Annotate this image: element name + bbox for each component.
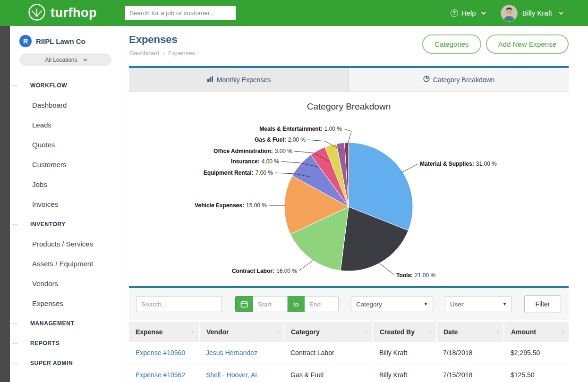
sidebar-item-dashboard[interactable]: Dashboard: [10, 95, 121, 115]
amount-cell: $125.50: [504, 364, 569, 382]
select-arrow-icon: ▼: [424, 302, 428, 306]
table-row: Expense #10560 Jesus Hernandez Contract …: [129, 342, 569, 364]
pie-label-meals-entertainment: Meals & Entertainment1.00 %: [259, 126, 342, 132]
sidebar-section-workflow[interactable]: WORKFLOW: [10, 76, 121, 95]
user-menu[interactable]: Billy Kraft: [501, 5, 562, 22]
sidebar-item-leads[interactable]: Leads: [10, 115, 121, 135]
categories-button[interactable]: Categories: [422, 34, 481, 54]
date-range-group: to: [235, 296, 339, 312]
breadcrumb-dashboard[interactable]: Dashboard: [129, 50, 160, 57]
pie-label-insurance: Insurance4.00 %: [231, 158, 279, 165]
filter-bar: to Category ▼ User ▼ Filter: [129, 286, 569, 320]
category-select-value: Category: [356, 301, 382, 308]
table-search-input[interactable]: [136, 296, 222, 312]
help-menu[interactable]: ? Help: [451, 9, 485, 17]
date-cell: 7/18/2018: [436, 342, 504, 364]
column-header-created-by[interactable]: Created By↑↓: [373, 321, 436, 342]
add-new-expense-button[interactable]: Add New Expense: [486, 34, 569, 54]
sidebar-section-super-admin[interactable]: SUPER ADMIN: [10, 353, 121, 373]
sort-icon: ↑↓: [191, 329, 194, 334]
calendar-icon[interactable]: [235, 296, 253, 312]
user-select-value: User: [450, 301, 464, 308]
sidebar-company-block: R RIIPL Lawn Co All Locations: [10, 26, 121, 66]
expenses-table: Expense↑↓ Vendor↑↓ Category↑↓ Created By…: [129, 320, 569, 382]
sidebar-item-customers[interactable]: Customers: [10, 155, 121, 175]
date-end-input[interactable]: [305, 296, 339, 312]
app-window: turfhop ? Help Billy Kraft: [0, 0, 588, 382]
top-bar: turfhop ? Help Billy Kraft: [0, 0, 588, 26]
expenses-chart-card: Monthly Expenses Category Breakdown: [129, 66, 569, 286]
pie-label-office-administration: Office Administration3.00 %: [213, 148, 292, 154]
chart-tabs: Monthly Expenses Category Breakdown: [129, 68, 569, 92]
chevron-down-icon: [481, 10, 486, 15]
expense-link[interactable]: Expense #10562: [136, 371, 185, 379]
table-row: Expense #10562 Shell - Hoover, AL Gas & …: [129, 364, 569, 382]
sort-icon: ↑↓: [365, 329, 367, 334]
sidebar-item-invoices[interactable]: Invoices: [10, 195, 121, 214]
column-header-vendor[interactable]: Vendor↑↓: [199, 321, 284, 342]
sidebar-nav: WORKFLOW Dashboard Leads Quotes Customer…: [10, 76, 121, 373]
global-search-input[interactable]: [124, 5, 236, 21]
column-header-category[interactable]: Category↑↓: [284, 321, 373, 342]
breadcrumb-separator: ›: [163, 50, 165, 57]
top-bar-right: ? Help Billy Kraft: [451, 5, 562, 22]
pie-chart-icon: [423, 76, 430, 84]
category-select[interactable]: Category ▼: [351, 296, 433, 312]
left-edge-strip: [0, 26, 10, 382]
vendor-link[interactable]: Jesus Hernandez: [206, 349, 257, 357]
pie-label-gas-fuel: Gas & Fuel2.00 %: [255, 136, 306, 143]
pie-label-material-supplies: Material & Supplies31.00 %: [420, 161, 497, 167]
sidebar-item-jobs[interactable]: Jobs: [10, 175, 121, 195]
page-title: Expenses: [129, 34, 178, 46]
tab-monthly-label: Monthly Expenses: [217, 76, 271, 84]
main-content: Expenses Dashboard›Expenses Categories A…: [121, 26, 588, 382]
table-header-row: Expense↑↓ Vendor↑↓ Category↑↓ Created By…: [129, 321, 569, 342]
sidebar-item-vendors[interactable]: Vendors: [10, 274, 121, 294]
select-arrow-icon: ▼: [503, 302, 507, 306]
location-selector[interactable]: All Locations: [19, 53, 111, 66]
sort-icon: ↑↓: [496, 329, 499, 334]
vendor-link[interactable]: Shell - Hoover, AL: [206, 371, 259, 379]
company-info: R RIIPL Lawn Co: [19, 35, 111, 47]
date-cell: 7/15/2018: [436, 364, 504, 382]
sidebar-item-quotes[interactable]: Quotes: [10, 135, 121, 155]
avatar: [501, 5, 518, 22]
column-header-expense[interactable]: Expense↑↓: [129, 321, 199, 342]
tab-category-breakdown[interactable]: Category Breakdown: [349, 68, 569, 91]
sort-icon: ↑↓: [276, 329, 279, 334]
tab-monthly-expenses[interactable]: Monthly Expenses: [129, 68, 349, 91]
breadcrumb: Dashboard›Expenses: [129, 50, 195, 57]
sidebar-section-reports[interactable]: REPORTS: [10, 333, 121, 353]
pie-label-contract-labor: Contract Labor16.00 %: [232, 268, 297, 274]
location-selector-label: All Locations: [45, 57, 77, 63]
sidebar-item-expenses[interactable]: Expenses: [10, 294, 121, 314]
category-cell: Contract Labor: [284, 342, 373, 364]
page-header: Expenses Dashboard›Expenses Categories A…: [121, 26, 588, 66]
pie-chart-area: Category Breakdown: [129, 92, 569, 286]
column-header-date[interactable]: Date↑↓: [436, 321, 504, 342]
created-by-cell: Billy Kraft: [373, 364, 436, 382]
chevron-down-icon: [83, 57, 87, 61]
pie-chart: [284, 142, 413, 272]
date-start-input[interactable]: [253, 296, 288, 312]
sidebar-item-products-services[interactable]: Products / Services: [10, 234, 121, 254]
user-name: Billy Kraft: [522, 9, 552, 17]
sort-icon: ↑↓: [561, 329, 564, 334]
sidebar-item-assets-equipment[interactable]: Assets / Equipment: [10, 254, 121, 274]
expenses-table-card: to Category ▼ User ▼ Filter: [129, 286, 569, 382]
brand-name: turfhop: [51, 6, 97, 20]
column-header-amount[interactable]: Amount↑↓: [504, 321, 569, 342]
sidebar-divider: [10, 73, 121, 73]
sidebar-section-management[interactable]: MANAGEMENT: [10, 314, 121, 333]
sidebar-section-inventory[interactable]: INVENTORY: [10, 214, 121, 234]
category-cell: Gas & Fuel: [284, 364, 373, 382]
filter-button[interactable]: Filter: [524, 295, 561, 313]
user-select[interactable]: User ▼: [445, 296, 512, 312]
help-icon: ?: [451, 9, 458, 17]
expense-link[interactable]: Expense #10560: [136, 349, 185, 357]
breadcrumb-expenses: Expenses: [168, 50, 195, 57]
page-actions: Categories Add New Expense: [422, 34, 569, 54]
turfhop-logo[interactable]: turfhop: [27, 3, 124, 24]
sidebar: R RIIPL Lawn Co All Locations WORKFLOW D…: [10, 26, 121, 382]
sort-icon: ↑↓: [428, 329, 431, 334]
